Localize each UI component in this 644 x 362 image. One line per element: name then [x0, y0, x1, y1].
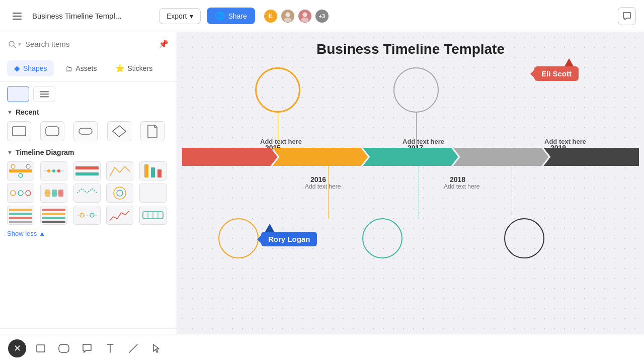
sub-tabs	[0, 82, 177, 102]
timeline-thumb-9[interactable]	[106, 184, 133, 203]
svg-rect-38	[9, 213, 32, 215]
tab-stickers[interactable]: ⭐ Stickers	[108, 60, 160, 76]
svg-rect-13	[9, 169, 32, 172]
eli-scott-cursor	[565, 58, 574, 66]
recent-section-header[interactable]: ▼ Recent	[7, 108, 170, 116]
timeline-thumbs-grid	[7, 161, 170, 225]
svg-rect-42	[42, 213, 65, 215]
svg-rect-39	[9, 217, 32, 219]
export-button[interactable]: Export ▾	[159, 8, 201, 24]
arrow-seg-orange	[273, 148, 368, 166]
shape-document[interactable]	[140, 121, 165, 141]
svg-rect-8	[40, 96, 49, 98]
shape-diamond[interactable]	[107, 121, 131, 141]
tool-pointer[interactable]	[148, 340, 165, 357]
rory-logan-cursor	[265, 224, 274, 232]
arrow-seg-dark	[543, 148, 639, 166]
search-input[interactable]	[25, 40, 154, 48]
vline-bottom-3	[512, 166, 512, 219]
timeline-thumb-7[interactable]	[40, 184, 67, 203]
svg-point-20	[57, 169, 60, 172]
year-2018-label: 2018	[450, 175, 465, 184]
line-tool-icon	[128, 343, 138, 353]
recent-arrow-icon: ▼	[7, 109, 13, 115]
tool-rectangle[interactable]	[32, 340, 49, 357]
timeline-thumb-14[interactable]	[106, 206, 133, 225]
timeline-thumb-10[interactable]	[139, 184, 167, 203]
svg-rect-43	[42, 217, 65, 219]
svg-point-15	[19, 173, 23, 177]
svg-point-1	[284, 17, 291, 22]
timeline-thumb-1[interactable]	[7, 161, 34, 180]
timeline-thumb-13[interactable]	[73, 206, 101, 225]
arrow-bar	[182, 148, 639, 166]
pin-icon[interactable]: 📌	[158, 39, 169, 49]
tab-shapes[interactable]: ◆ Shapes	[7, 60, 54, 76]
tool-text[interactable]	[102, 340, 119, 357]
tab-assets[interactable]: 🗂 Assets	[58, 60, 104, 76]
timeline-section-header[interactable]: ▼ Timeline Diagram	[7, 148, 170, 156]
share-button[interactable]: 🌐 Share	[207, 8, 255, 24]
svg-point-36	[117, 190, 123, 196]
canvas[interactable]: Business Timeline Template Add text here…	[177, 32, 644, 334]
shape-rounded-rect[interactable]	[40, 121, 64, 141]
svg-rect-60	[59, 344, 69, 352]
timeline-thumb-6[interactable]	[7, 184, 34, 203]
timeline-thumb-12[interactable]	[40, 206, 67, 225]
timeline-thumb-2[interactable]	[40, 161, 67, 180]
shape-rectangle[interactable]	[7, 121, 31, 141]
svg-point-26	[11, 191, 16, 196]
year-2016-label: 2016	[310, 175, 326, 184]
tool-rounded-rect[interactable]	[55, 340, 72, 357]
timeline-thumb-5[interactable]	[139, 161, 167, 180]
svg-marker-12	[113, 126, 126, 137]
eli-scott-tooltip: Eli Scott	[534, 66, 579, 81]
close-button[interactable]: ✕	[8, 339, 26, 357]
svg-rect-34	[58, 190, 63, 197]
svg-rect-22	[75, 172, 99, 175]
timeline-thumb-15[interactable]	[139, 206, 167, 225]
sub-tab-2[interactable]	[33, 86, 55, 102]
year-2018-text: Add text here	[444, 183, 479, 190]
panel-scroll: ▼ Recent ▼ Timeline Diagram	[0, 102, 177, 328]
timeline-arrow-icon: ▼	[7, 149, 13, 155]
left-panel: ▾ 📌 ◆ Shapes 🗂 Assets ⭐ Stickers ▼ Recen…	[0, 32, 177, 362]
svg-point-35	[114, 187, 126, 199]
circle-bottom-3	[504, 218, 544, 258]
vline-bottom-1	[328, 166, 329, 219]
assets-tab-icon: 🗂	[65, 64, 72, 73]
comment-button[interactable]	[618, 7, 636, 25]
svg-rect-44	[42, 221, 65, 223]
svg-point-27	[18, 191, 23, 196]
svg-rect-37	[9, 209, 32, 211]
shape-pill[interactable]	[73, 121, 98, 141]
search-bar: ▾ 📌	[0, 32, 177, 55]
list-view-icon	[40, 90, 49, 98]
rory-logan-tooltip: Rory Logan	[261, 232, 317, 246]
show-less-button[interactable]: Show less ▲	[7, 230, 170, 237]
timeline-thumb-4[interactable]	[106, 161, 133, 180]
comment-icon	[622, 12, 631, 21]
svg-rect-32	[45, 190, 50, 197]
svg-point-28	[26, 191, 31, 196]
timeline-thumb-3[interactable]	[73, 161, 101, 180]
svg-rect-7	[40, 94, 49, 95]
timeline-thumb-11[interactable]	[7, 206, 34, 225]
rectangle-tool-icon	[36, 343, 46, 353]
document-title[interactable]: Business Timeline Templ...	[32, 12, 153, 20]
svg-rect-10	[46, 127, 59, 136]
svg-rect-21	[75, 166, 99, 169]
rounded-rect-tool-icon	[58, 343, 69, 353]
bottom-toolbar: ✕	[0, 334, 644, 362]
svg-rect-40	[9, 221, 32, 223]
svg-point-18	[47, 169, 50, 172]
pointer-tool-icon	[152, 343, 161, 353]
svg-point-2	[302, 12, 307, 17]
sub-tab-1[interactable]	[7, 86, 29, 102]
tool-line[interactable]	[125, 340, 142, 357]
svg-rect-24	[151, 167, 155, 177]
menu-button[interactable]	[8, 7, 26, 25]
stickers-tab-icon: ⭐	[115, 64, 125, 73]
tool-speech-bubble[interactable]	[78, 340, 96, 357]
timeline-thumb-8[interactable]	[73, 184, 101, 203]
